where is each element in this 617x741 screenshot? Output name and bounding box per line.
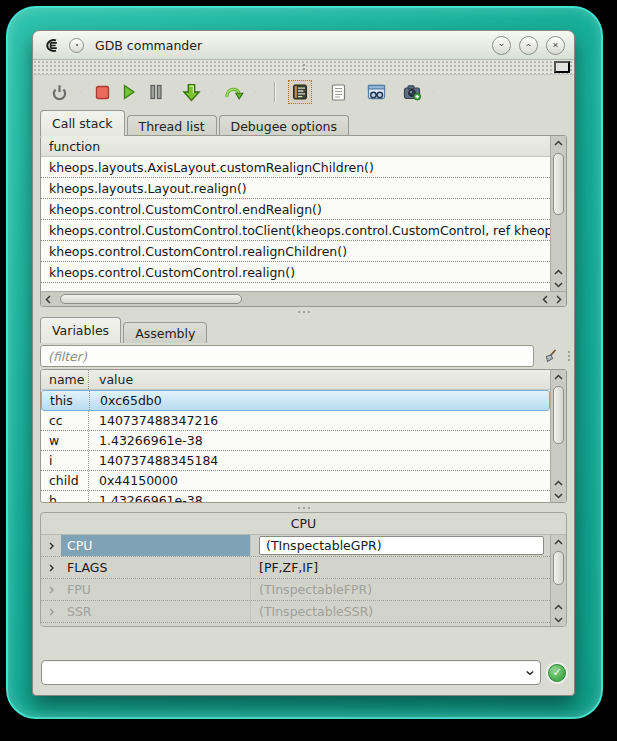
titlebar[interactable]: GDB commander xyxy=(33,31,574,60)
variable-row[interactable]: this 0xc65db0 xyxy=(41,390,550,411)
variable-row[interactable]: cc 140737488347216 xyxy=(41,411,550,431)
tab-thread-list[interactable]: Thread list xyxy=(127,115,217,136)
cpu-vscrollbar[interactable] xyxy=(550,535,566,626)
call-stack-vscrollbar[interactable] xyxy=(550,136,566,291)
scrollbar-thumb[interactable] xyxy=(553,153,564,215)
cpu-row[interactable]: CPU (TInspectableGPR) xyxy=(41,535,550,557)
step-over-menu-arrow[interactable] xyxy=(249,80,262,104)
scrollbar-thumb[interactable] xyxy=(553,551,564,585)
watches-button[interactable] xyxy=(364,80,388,104)
variable-name: i xyxy=(41,451,89,470)
call-stack-row[interactable]: kheops.control.CustomControl.realignChil… xyxy=(41,241,550,262)
cpu-row-value: (TInspectableFPR) xyxy=(251,579,550,600)
dock-close-button[interactable] xyxy=(554,61,570,73)
scroll-up-button[interactable] xyxy=(551,265,566,278)
gdb-command-input[interactable] xyxy=(42,665,520,680)
tab-debugee-options[interactable]: Debugee options xyxy=(219,115,350,136)
scroll-up-button[interactable] xyxy=(551,535,566,548)
add-watch-menu-arrow[interactable] xyxy=(427,80,440,104)
cpu-row[interactable]: FLAGS [PF,ZF,IF] xyxy=(41,557,550,579)
variable-row[interactable]: child 0x44150000 xyxy=(41,471,550,491)
scroll-down-button[interactable] xyxy=(551,613,566,626)
column-header-value[interactable]: value xyxy=(89,370,550,389)
cpu-value-editor[interactable]: (TInspectableGPR) xyxy=(259,536,544,555)
splitter-handle[interactable] xyxy=(33,307,574,316)
play-icon xyxy=(121,84,137,100)
close-window-button[interactable] xyxy=(546,36,565,55)
scrollbar-thumb[interactable] xyxy=(553,386,564,444)
call-stack-hscrollbar[interactable] xyxy=(41,291,566,306)
panel-drag-handle[interactable] xyxy=(568,351,570,361)
call-stack-column-header: function xyxy=(41,136,550,157)
variable-row[interactable]: w 1.43266961e-38 xyxy=(41,431,550,451)
scroll-right-button[interactable] xyxy=(552,292,566,306)
variables-vscrollbar[interactable] xyxy=(550,370,566,502)
desktop: GDB commander xyxy=(0,0,617,741)
tab-call-stack[interactable]: Call stack xyxy=(40,110,125,136)
variable-name: cc xyxy=(41,411,89,430)
chevron-up-icon xyxy=(554,140,563,146)
clear-filter-button[interactable] xyxy=(539,345,561,367)
shade-up-button[interactable] xyxy=(519,36,538,55)
window-title: GDB commander xyxy=(95,38,492,53)
send-command-button[interactable]: ✓ xyxy=(548,664,566,682)
call-stack-row[interactable]: kheops.control.CustomControl.toClient(kh… xyxy=(41,220,550,241)
power-menu-arrow[interactable] xyxy=(74,80,87,104)
cpu-row-name[interactable]: FLAGS xyxy=(61,557,251,578)
column-header-name[interactable]: name xyxy=(41,370,89,389)
variables-header-row: name value xyxy=(41,370,550,390)
call-stack-row[interactable]: kheops.control.CustomControl.realign() xyxy=(41,262,550,283)
expander-icon[interactable] xyxy=(41,557,61,578)
variable-row[interactable]: h 1.43266961e-38 xyxy=(41,491,550,502)
document-list-icon xyxy=(331,84,346,101)
expander-icon[interactable] xyxy=(41,579,61,600)
pause-button[interactable] xyxy=(144,80,168,104)
expander-icon[interactable] xyxy=(41,535,61,556)
cpu-row[interactable]: FPU (TInspectableFPR) xyxy=(41,579,550,601)
scroll-left-button[interactable] xyxy=(538,292,552,306)
step-into-menu-arrow[interactable] xyxy=(206,80,219,104)
expander-icon[interactable] xyxy=(41,601,61,622)
cpu-row-name[interactable]: CPU xyxy=(61,535,251,556)
cpu-row-name[interactable]: SSR xyxy=(61,601,251,622)
cpu-view-button[interactable] xyxy=(288,80,312,104)
scroll-up-button[interactable] xyxy=(551,600,566,613)
step-over-icon xyxy=(224,84,244,101)
scrollbar-thumb[interactable] xyxy=(60,294,242,304)
gdb-command-combobox[interactable] xyxy=(41,660,541,685)
step-over-button[interactable] xyxy=(222,80,246,104)
variable-value: 1.43266961e-38 xyxy=(89,491,550,502)
stop-button[interactable] xyxy=(90,80,114,104)
combo-dropdown-button[interactable] xyxy=(520,661,540,684)
power-button[interactable] xyxy=(47,80,71,104)
cpu-row-name[interactable]: FPU xyxy=(61,579,251,600)
output-list-button[interactable] xyxy=(326,80,350,104)
chevron-left-icon xyxy=(45,295,51,304)
dock-titlebar[interactable] xyxy=(33,60,574,75)
call-stack-row[interactable]: kheops.control.CustomControl.endRealign(… xyxy=(41,199,550,220)
tab-variables[interactable]: Variables xyxy=(40,317,121,343)
cpu-row[interactable]: SSR (TInspectableSSR) xyxy=(41,601,550,623)
step-into-button[interactable] xyxy=(179,80,203,104)
tab-assembly[interactable]: Assembly xyxy=(123,322,207,343)
shade-down-button[interactable] xyxy=(492,36,511,55)
variable-value: 0x44150000 xyxy=(89,471,550,490)
run-button[interactable] xyxy=(117,80,141,104)
chevron-down-icon xyxy=(80,90,81,95)
splitter-handle[interactable] xyxy=(33,503,574,512)
filter-row xyxy=(33,343,574,369)
scroll-up-button[interactable] xyxy=(551,136,566,149)
scroll-up-button[interactable] xyxy=(551,476,566,489)
scroll-down-button[interactable] xyxy=(551,489,566,502)
call-stack-row[interactable]: kheops.layouts.AxisLayout.customRealignC… xyxy=(41,157,550,178)
scroll-down-button[interactable] xyxy=(551,278,566,291)
add-watch-button[interactable] xyxy=(400,80,424,104)
call-stack-row[interactable]: kheops.layouts.Layout.realign() xyxy=(41,178,550,199)
chevron-up-icon xyxy=(554,374,563,380)
scroll-left-button[interactable] xyxy=(41,292,55,306)
scroll-up-button[interactable] xyxy=(551,370,566,383)
dock-drag-handle[interactable] xyxy=(303,64,305,70)
window-menu-button[interactable] xyxy=(69,38,84,53)
filter-input[interactable] xyxy=(40,345,534,367)
variable-row[interactable]: i 140737488345184 xyxy=(41,451,550,471)
